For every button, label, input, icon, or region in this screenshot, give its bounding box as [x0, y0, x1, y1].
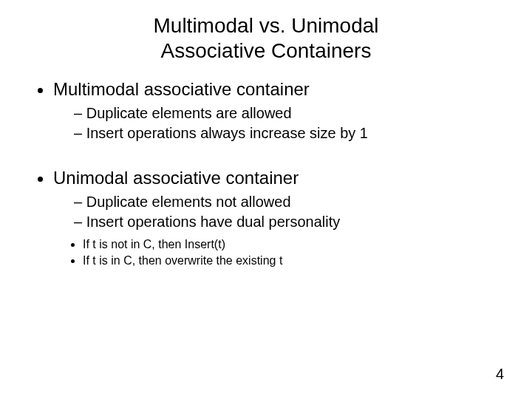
section-1-sub-2: Insert operations always increase size b… [74, 124, 502, 143]
section-1-subitems: Duplicate elements are allowed Insert op… [53, 104, 502, 143]
title-line-2: Associative Containers [161, 39, 372, 62]
bullet-list: Multimodal associative container Duplica… [30, 79, 502, 143]
slide: Multimodal vs. Unimodal Associative Cont… [0, 0, 532, 399]
section-2-heading: Unimodal associative container [53, 168, 299, 188]
section-2: Unimodal associative container Duplicate… [53, 168, 502, 268]
section-1: Multimodal associative container Duplica… [53, 79, 502, 143]
section-2-subitems: Duplicate elements not allowed Insert op… [53, 193, 502, 231]
section-2-sub-1: Duplicate elements not allowed [74, 193, 502, 211]
section-2-subsub-2: If t is in C, then overwrite the existin… [83, 253, 502, 268]
section-2-subsub-1: If t is not in C, then Insert(t) [83, 237, 502, 252]
spacer [30, 147, 502, 168]
title-line-1: Multimodal vs. Unimodal [154, 14, 379, 37]
slide-title: Multimodal vs. Unimodal Associative Cont… [30, 13, 502, 63]
section-1-heading: Multimodal associative container [53, 79, 310, 99]
section-2-sub-2: Insert operations have dual personality [74, 213, 502, 231]
section-2-subsubitems: If t is not in C, then Insert(t) If t is… [53, 237, 502, 268]
page-number: 4 [496, 366, 504, 383]
bullet-list-2: Unimodal associative container Duplicate… [30, 168, 502, 268]
section-1-sub-1: Duplicate elements are allowed [74, 104, 502, 123]
